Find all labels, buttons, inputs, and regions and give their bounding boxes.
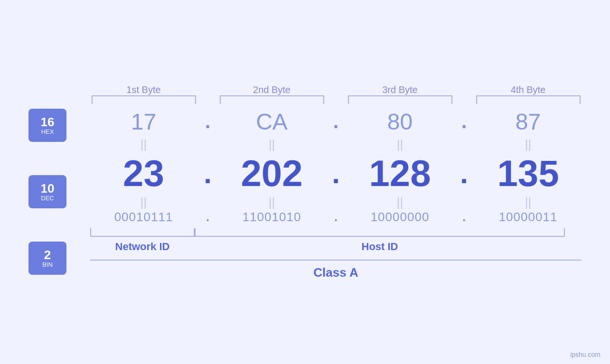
bin-row: 00010111 . 11001010 . 10000000 . 1000001…	[90, 210, 582, 224]
hex-value-2: CA	[256, 109, 288, 134]
parallel-1-4: ||	[476, 137, 581, 152]
base-labels-column: 16 HEX 10 DEC 2 BIN	[28, 109, 90, 280]
parallel-2-2: ||	[220, 195, 324, 210]
bin-value-3: 10000000	[371, 210, 430, 224]
dec-cell-4: 135	[476, 152, 581, 195]
bracket-top-1	[92, 95, 196, 104]
hex-value-1: 17	[131, 109, 156, 134]
byte-header-4: 4th Byte	[476, 84, 581, 95]
bin-value-2: 11001010	[243, 210, 301, 224]
dec-cell-3: 128	[348, 152, 452, 195]
bin-dot-1: .	[198, 210, 217, 224]
hex-value-4: 87	[516, 109, 541, 134]
hex-cell-1: 17	[92, 109, 196, 135]
watermark: ipshu.com	[570, 351, 601, 358]
parallel-row-2: || || || ||	[90, 195, 582, 210]
network-id-label: Network ID	[90, 241, 195, 253]
bracket-bottom-net	[90, 228, 195, 237]
bin-badge: 2 BIN	[28, 242, 66, 275]
byte-header-2: 2nd Byte	[220, 84, 324, 95]
dec-badge-num: 10	[41, 182, 55, 195]
bin-badge-base: BIN	[42, 261, 53, 268]
parallel-1-3: ||	[348, 137, 452, 152]
hex-cell-3: 80	[348, 109, 452, 135]
bracket-top-3	[348, 95, 452, 104]
bin-cell-3: 10000000	[348, 210, 452, 224]
hex-cell-4: 87	[476, 109, 581, 135]
parallel-1-2: ||	[220, 137, 324, 152]
hex-badge-num: 16	[41, 116, 55, 128]
bin-value-1: 00010111	[114, 210, 173, 224]
hex-cell-2: CA	[220, 109, 324, 135]
hex-dot-3: .	[455, 110, 474, 133]
bin-cell-1: 00010111	[92, 210, 196, 224]
bin-dot-2: .	[327, 210, 346, 224]
hex-badge-base: HEX	[41, 128, 54, 135]
hex-badge: 16 HEX	[28, 109, 66, 142]
dec-dot-1: .	[198, 157, 217, 190]
byte-headers-row: 1st Byte 2nd Byte 3rd Byte 4th Byte	[28, 84, 582, 95]
bin-value-4: 10000011	[499, 210, 558, 224]
dec-dot-3: .	[455, 157, 474, 190]
host-id-label: Host ID	[195, 241, 565, 253]
class-label: Class A	[90, 265, 582, 280]
parallel-1-1: ||	[92, 137, 196, 152]
dec-dot-2: .	[327, 157, 346, 190]
dec-value-2: 202	[241, 152, 302, 194]
bracket-bottom-host	[195, 228, 565, 237]
parallel-row-1: || || || ||	[90, 137, 582, 152]
dec-value-1: 23	[123, 152, 164, 194]
bracket-top-2	[220, 95, 324, 104]
byte-header-3: 3rd Byte	[348, 84, 452, 95]
bin-badge-num: 2	[44, 249, 51, 261]
parallel-2-1: ||	[92, 195, 196, 210]
bin-cell-2: 11001010	[220, 210, 324, 224]
dec-cell-1: 23	[92, 152, 196, 195]
parallel-2-4: ||	[476, 195, 581, 210]
hex-dot-1: .	[198, 110, 217, 133]
class-bracket-line	[90, 260, 582, 261]
dec-row: 23 . 202 . 128 . 135	[90, 152, 582, 195]
parallel-2-3: ||	[348, 195, 452, 210]
dec-value-3: 128	[369, 152, 431, 194]
dec-cell-2: 202	[220, 152, 324, 195]
dec-badge-base: DEC	[41, 195, 54, 202]
bin-cell-4: 10000011	[476, 210, 581, 224]
bracket-top-4	[476, 95, 581, 104]
byte-header-1: 1st Byte	[92, 84, 196, 95]
hex-row: 17 . CA . 80 . 87	[90, 109, 582, 135]
bottom-brackets-row	[90, 228, 582, 237]
id-labels-row: Network ID Host ID	[90, 241, 582, 253]
hex-value-3: 80	[387, 109, 413, 134]
dec-value-4: 135	[497, 152, 559, 194]
dec-badge: 10 DEC	[28, 175, 66, 208]
hex-dot-2: .	[327, 110, 346, 133]
top-brackets	[28, 95, 582, 104]
bin-dot-3: .	[455, 210, 474, 224]
